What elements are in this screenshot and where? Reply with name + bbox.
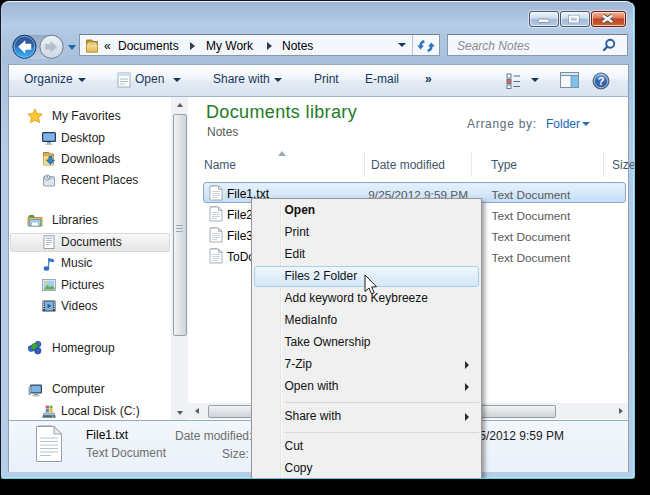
svg-text:?: ? [597,75,604,87]
